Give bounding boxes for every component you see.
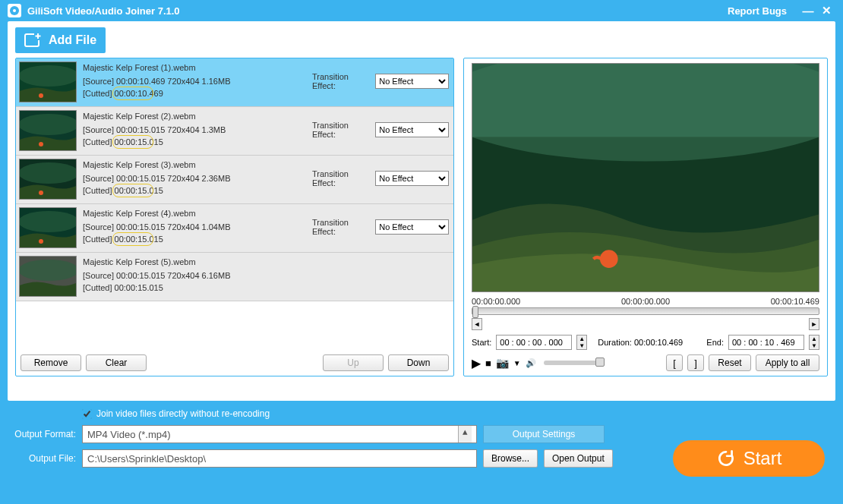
file-item[interactable]: Majestic Kelp Forest (5).webm [Source] 0… xyxy=(16,253,453,301)
app-title: GiliSoft Video/Audio Joiner 7.1.0 xyxy=(27,5,180,17)
transition-select[interactable]: No Effect xyxy=(375,219,449,235)
output-file-label: Output File: xyxy=(11,453,76,464)
stop-icon[interactable]: ■ xyxy=(485,358,491,369)
file-source: [Source] 00:00:15.015 720x404 2.36MB xyxy=(83,172,312,184)
time-end: 00:00:10.469 xyxy=(771,297,819,306)
seek-bar[interactable] xyxy=(472,307,819,315)
add-file-button[interactable]: Add File xyxy=(15,27,106,53)
svg-point-6 xyxy=(39,93,43,98)
transition-col: Transition Effect:No Effect xyxy=(312,169,449,187)
file-info: Majestic Kelp Forest (4).webm [Source] 0… xyxy=(83,207,312,245)
list-buttons: Remove Clear Up Down xyxy=(16,350,453,376)
file-info: Majestic Kelp Forest (2).webm [Source] 0… xyxy=(83,110,312,148)
file-cutted: [Cutted] 00:00:10.469 xyxy=(83,87,312,99)
transition-label: Transition Effect: xyxy=(312,121,372,139)
up-button[interactable]: Up xyxy=(323,354,384,371)
trim-end-handle[interactable]: ► xyxy=(809,318,819,330)
svg-point-12 xyxy=(39,191,43,195)
refresh-icon xyxy=(716,449,736,468)
bracket-start-button[interactable]: [ xyxy=(666,354,683,371)
preview-panel: 00:00:00.000 00:00:00.000 00:00:10.469 ◄… xyxy=(463,58,828,376)
titlebar: GiliSoft Video/Audio Joiner 7.1.0 Report… xyxy=(0,0,843,21)
browse-button[interactable]: Browse... xyxy=(483,449,538,468)
join-direct-label: Join video files directly without re-enc… xyxy=(96,408,270,419)
start-spinner[interactable]: ▲▼ xyxy=(576,335,587,350)
file-source: [Source] 00:00:15.015 720x404 6.16MB xyxy=(83,269,449,282)
file-item[interactable]: Majestic Kelp Forest (1).webm [Source] 0… xyxy=(16,58,453,107)
trim-start-handle[interactable]: ◄ xyxy=(472,318,482,330)
svg-point-20 xyxy=(472,64,819,162)
svg-point-21 xyxy=(600,250,618,268)
transition-label: Transition Effect: xyxy=(312,218,372,236)
output-settings-button[interactable]: Output Settings xyxy=(483,425,605,443)
file-name: Majestic Kelp Forest (5).webm xyxy=(83,256,449,268)
transition-select[interactable]: No Effect xyxy=(375,122,449,137)
join-direct-checkbox[interactable] xyxy=(82,409,92,419)
clear-button[interactable]: Clear xyxy=(86,354,147,371)
remove-button[interactable]: Remove xyxy=(21,354,81,371)
file-item[interactable]: Majestic Kelp Forest (3).webm [Source] 0… xyxy=(16,156,453,204)
video-preview[interactable] xyxy=(472,63,819,292)
thumbnail xyxy=(19,159,77,200)
svg-point-17 xyxy=(20,260,77,281)
svg-point-5 xyxy=(20,65,77,87)
thumbnail xyxy=(19,61,77,102)
file-info: Majestic Kelp Forest (3).webm [Source] 0… xyxy=(83,159,312,197)
close-button[interactable]: ✕ xyxy=(817,4,835,17)
transition-select[interactable]: No Effect xyxy=(375,74,449,89)
transition-label: Transition Effect: xyxy=(312,169,372,187)
output-file-input[interactable] xyxy=(82,449,477,468)
main-panel: Add File Majestic Kelp Forest (1).webm [… xyxy=(8,21,835,401)
thumbnail xyxy=(19,207,77,248)
file-source: [Source] 00:00:10.469 720x404 1.16MB xyxy=(83,75,312,87)
file-name: Majestic Kelp Forest (3).webm xyxy=(83,159,312,171)
volume-icon[interactable]: 🔊 xyxy=(526,358,536,368)
transition-col: Transition Effect:No Effect xyxy=(312,121,449,139)
report-bugs-link[interactable]: Report Bugs xyxy=(728,5,787,17)
app-logo-icon xyxy=(8,4,21,17)
snapshot-icon[interactable]: 📷 xyxy=(496,357,509,369)
file-info: Majestic Kelp Forest (1).webm [Source] 0… xyxy=(83,61,312,99)
end-input[interactable] xyxy=(728,335,804,350)
file-cutted: [Cutted] 00:00:15.015 xyxy=(83,282,449,294)
file-cutted: [Cutted] 00:00:15.015 xyxy=(83,233,312,245)
minimize-button[interactable]: — xyxy=(799,5,817,17)
file-name: Majestic Kelp Forest (1).webm xyxy=(83,61,312,74)
svg-point-8 xyxy=(20,114,77,135)
file-cutted: [Cutted] 00:00:15.015 xyxy=(83,136,312,148)
file-source: [Source] 00:00:15.015 720x404 1.3MB xyxy=(83,124,312,136)
output-format-select[interactable]: MP4 Video (*.mp4) ▴ xyxy=(82,425,477,443)
end-spinner[interactable]: ▲▼ xyxy=(809,335,819,350)
file-item[interactable]: Majestic Kelp Forest (2).webm [Source] 0… xyxy=(16,107,453,156)
thumbnail xyxy=(19,256,77,297)
volume-slider[interactable] xyxy=(544,361,605,365)
output-format-label: Output Format: xyxy=(11,429,76,439)
bracket-end-button[interactable]: ] xyxy=(687,354,704,371)
down-button[interactable]: Down xyxy=(388,354,449,371)
file-item[interactable]: Majestic Kelp Forest (4).webm [Source] 0… xyxy=(16,204,453,253)
file-info: Majestic Kelp Forest (5).webm [Source] 0… xyxy=(83,256,449,294)
thumbnail xyxy=(19,110,77,151)
dropdown-icon: ▴ xyxy=(458,426,472,443)
start-input[interactable] xyxy=(496,335,572,350)
transition-col: Transition Effect:No Effect xyxy=(312,218,449,236)
file-cutted: [Cutted] 00:00:15.015 xyxy=(83,184,312,197)
file-name: Majestic Kelp Forest (4).webm xyxy=(83,207,312,219)
time-labels: 00:00:00.000 00:00:00.000 00:00:10.469 xyxy=(472,297,819,306)
open-output-button[interactable]: Open Output xyxy=(544,449,613,468)
file-source: [Source] 00:00:15.015 720x404 1.04MB xyxy=(83,221,312,233)
start-button[interactable]: Start xyxy=(673,440,825,477)
transition-label: Transition Effect: xyxy=(312,72,372,90)
apply-all-button[interactable]: Apply to all xyxy=(756,354,819,371)
end-label: End: xyxy=(706,338,724,347)
time-start: 00:00:00.000 xyxy=(472,297,520,306)
duration-label: Duration: 00:00:10.469 xyxy=(598,338,683,347)
seek-handle[interactable] xyxy=(472,306,478,318)
time-current: 00:00:00.000 xyxy=(621,297,670,306)
svg-point-15 xyxy=(39,239,43,244)
reset-button[interactable]: Reset xyxy=(709,354,751,371)
svg-point-14 xyxy=(20,211,77,232)
play-icon[interactable]: ▶ xyxy=(472,356,481,370)
svg-point-11 xyxy=(20,162,77,184)
transition-select[interactable]: No Effect xyxy=(375,171,449,186)
